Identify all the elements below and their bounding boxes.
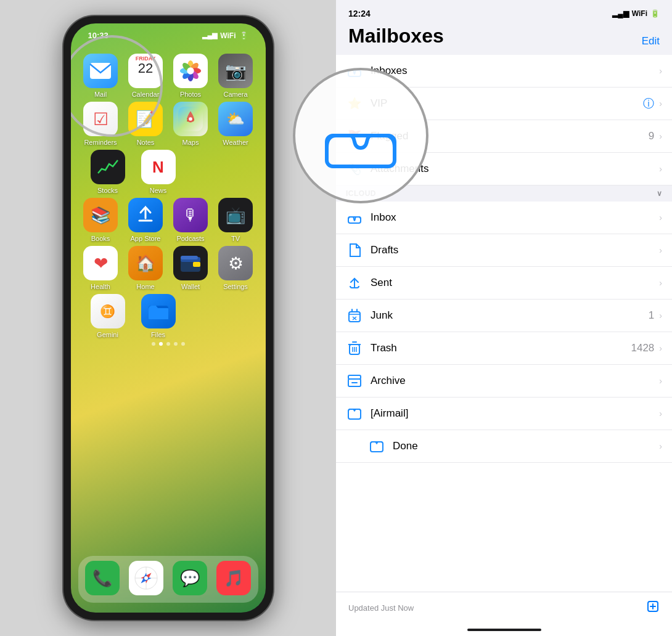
mail-row-archive[interactable]: Archive ›: [336, 365, 672, 398]
flagged-chevron: ›: [659, 131, 662, 141]
app-item-camera[interactable]: 📷 Camera: [215, 54, 256, 98]
app-item-weather[interactable]: ⛅ Weather: [215, 102, 256, 146]
svg-rect-15: [181, 256, 198, 259]
settings-icon: ⚙: [218, 246, 253, 280]
photos-label: Photos: [180, 91, 201, 98]
compose-button[interactable]: [646, 600, 660, 616]
dot-1: [152, 342, 155, 346]
mailboxes-title: Mailboxes: [348, 25, 444, 47]
sent-chevron: ›: [659, 278, 662, 288]
dock-music[interactable]: 🎵: [213, 561, 255, 598]
app-item-appstore[interactable]: App Store: [125, 198, 166, 242]
calendar-date: 22: [138, 62, 153, 75]
app-item-podcasts[interactable]: 🎙 Podcasts: [170, 198, 211, 242]
edit-button[interactable]: Edit: [642, 35, 660, 47]
home-icon: 🏠: [128, 246, 163, 280]
calendar-label: Calendar: [132, 91, 160, 98]
wallet-icon: [173, 246, 208, 280]
app-item-files[interactable]: Files: [137, 294, 179, 338]
mail-wifi-icon: WiFi: [632, 9, 647, 18]
svg-point-9: [187, 67, 194, 74]
app-item-settings[interactable]: ⚙ Settings: [215, 246, 256, 290]
app-grid: Mail Friday 22 Calendar: [71, 43, 266, 553]
podcasts-label: Podcasts: [176, 235, 204, 242]
battery-icon: 🔋: [239, 31, 248, 40]
dock-messages[interactable]: 💬: [169, 561, 211, 598]
iphone-screen: 10:33 ▂▄▆ WiFi 🔋: [71, 23, 266, 613]
mail-app-side: 12:24 ▂▄▆ WiFi 🔋 Mailboxes Edit: [336, 0, 672, 636]
app-item-photos[interactable]: Photos: [170, 54, 211, 98]
messages-icon: 💬: [173, 561, 207, 595]
icloud-collapse-icon[interactable]: ∨: [657, 189, 663, 198]
mail-status-bar: 12:24 ▂▄▆ WiFi 🔋: [336, 0, 672, 22]
archive-icon: [346, 372, 363, 389]
files-icon: [141, 294, 176, 328]
dot-4: [174, 342, 178, 346]
app-item-calendar[interactable]: Friday 22 Calendar: [125, 54, 166, 98]
inbox-chevron: ›: [659, 213, 662, 222]
iphone-device: 10:33 ▂▄▆ WiFi 🔋: [64, 16, 273, 620]
svg-rect-24: [327, 136, 395, 166]
reminders-label: Reminders: [84, 139, 117, 146]
mail-row-done[interactable]: Done ›: [336, 430, 672, 463]
app-item-health[interactable]: ❤ Health: [80, 246, 121, 290]
svg-rect-0: [90, 63, 111, 79]
app-item-wallet[interactable]: Wallet: [170, 246, 211, 290]
icloud-section: Inbox › Drafts ›: [336, 202, 672, 463]
trash-chevron: ›: [659, 343, 662, 353]
vip-info-icon[interactable]: ⓘ: [643, 96, 654, 111]
tv-label: TV: [231, 235, 240, 242]
junk-icon: [346, 307, 363, 324]
inboxes-chevron: ›: [659, 66, 662, 76]
app-item-reminders[interactable]: ☑ Reminders: [80, 102, 121, 146]
app-item-tv[interactable]: 📺 TV: [215, 198, 256, 242]
weather-label: Weather: [223, 139, 248, 146]
app-item-maps[interactable]: 280 Maps: [170, 102, 211, 146]
mail-row-airmail[interactable]: [Airmail] ›: [336, 398, 672, 430]
app-item-notes[interactable]: 📝 Notes: [125, 102, 166, 146]
drafts-label: Drafts: [371, 244, 659, 256]
app-item-gemini[interactable]: ♊ Gemini: [87, 294, 129, 338]
sent-label: Sent: [371, 277, 659, 289]
maps-label: Maps: [182, 139, 199, 146]
mail-row-drafts[interactable]: Drafts ›: [336, 234, 672, 267]
done-chevron: ›: [659, 441, 662, 451]
dot-2: [159, 342, 163, 346]
home-label: Home: [136, 283, 154, 290]
stocks-label: Stocks: [97, 187, 118, 194]
archive-label: Archive: [371, 375, 659, 387]
appstore-label: App Store: [131, 235, 161, 242]
app-row-3: Stocks N News: [78, 150, 258, 194]
junk-label: Junk: [371, 309, 649, 322]
svg-rect-28: [349, 312, 360, 322]
maps-icon: 280: [173, 102, 208, 136]
dock-phone[interactable]: 📞: [81, 561, 123, 598]
health-icon: ❤: [83, 246, 118, 280]
news-label: News: [150, 187, 167, 194]
iphone-side: 10:33 ▂▄▆ WiFi 🔋: [0, 0, 336, 636]
photos-icon: [173, 54, 208, 88]
safari-icon: [129, 561, 163, 595]
mail-time: 12:24: [348, 9, 371, 18]
dock-safari[interactable]: [125, 561, 167, 598]
mail-status-icons: ▂▄▆ WiFi 🔋: [612, 9, 660, 18]
signal-icon: ▂▄▆: [202, 31, 217, 39]
app-item-home[interactable]: 🏠 Home: [125, 246, 166, 290]
airmail-icon: [346, 405, 363, 422]
mail-row-junk[interactable]: Junk 1 ›: [336, 300, 672, 332]
inboxes-label: Inboxes: [371, 65, 659, 77]
notes-icon: 📝: [128, 102, 163, 136]
app-item-books[interactable]: 📚 Books: [80, 198, 121, 242]
attachments-chevron: ›: [659, 164, 662, 174]
mail-row-sent[interactable]: Sent ›: [336, 267, 672, 300]
calendar-icon: Friday 22: [128, 54, 163, 88]
page-dots: [78, 342, 258, 346]
svg-point-12: [189, 117, 192, 121]
mail-row-trash[interactable]: Trash 1428 ›: [336, 332, 672, 365]
app-item-news[interactable]: N News: [137, 150, 179, 194]
app-item-mail[interactable]: Mail: [80, 54, 121, 98]
app-item-stocks[interactable]: Stocks: [87, 150, 129, 194]
music-icon: 🎵: [216, 561, 251, 595]
svg-rect-16: [193, 262, 200, 267]
mail-row-inbox[interactable]: Inbox ›: [336, 202, 672, 234]
